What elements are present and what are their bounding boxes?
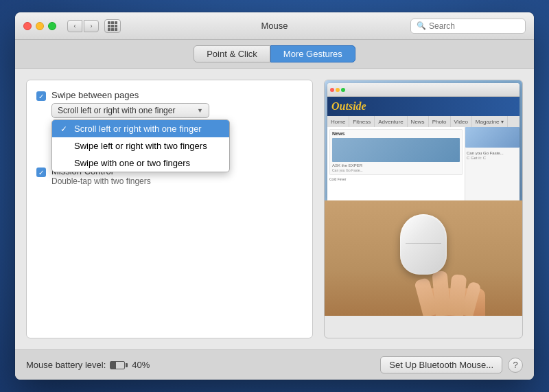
titlebar: ‹ › Mouse 🔍 [15,12,534,40]
browser-content: Outside Home Fitness Adventure News Phot… [327,97,519,200]
preview-mouse [325,200,522,316]
battery-percent: 40% [132,360,150,370]
browser-bar [327,83,519,97]
search-input[interactable] [429,21,519,31]
dropdown-button[interactable]: Scroll left or right with one finger ▼ [51,103,209,118]
battery-body [110,361,125,369]
tab-more-gestures[interactable]: More Gestures [270,45,355,62]
dropdown-item-two-fingers[interactable]: Swipe left or right with two fingers [52,137,229,154]
tab-point-click[interactable]: Point & Click [194,45,270,62]
battery-info: Mouse battery level: 40% [26,360,150,370]
browser-nav-magazine: Magazine ▾ [472,116,508,127]
back-button[interactable]: ‹ [67,20,82,32]
browser-right: Can you Go Faste...C Get it: C [465,127,519,200]
chevron-down-icon: ▼ [197,107,203,114]
browser-nav-photo: Photo [429,116,451,127]
minimize-button[interactable] [36,22,44,30]
tabbar: Point & Click More Gestures [15,40,534,69]
browser-mockup: Outside Home Fitness Adventure News Phot… [327,83,519,200]
battery-label: Mouse battery level: [26,360,106,370]
help-button[interactable]: ? [508,358,523,373]
checkmark-icon: ✓ [60,124,70,134]
preview-browser: Outside Home Fitness Adventure News Phot… [325,80,522,200]
outside-logo: Outside [331,100,366,113]
dropdown-item-one-or-two[interactable]: Swipe with one or two fingers [52,154,229,172]
footer: Mouse battery level: 40% Set Up Bluetoot… [15,349,534,380]
window: ‹ › Mouse 🔍 Point & Click More Gestures … [15,12,534,380]
browser-min [336,88,340,92]
mouse-body [400,214,447,275]
browser-nav: Home Fitness Adventure News Photo Video … [327,116,519,127]
traffic-lights [23,22,56,30]
browser-nav-video: Video [451,116,472,127]
sidebar-image-1 [465,127,519,148]
forward-button[interactable]: › [84,20,99,32]
close-button[interactable] [23,22,32,30]
setup-bluetooth-button[interactable]: Set Up Bluetooth Mouse... [380,356,502,373]
browser-nav-home: Home [327,116,349,127]
battery-fill [110,362,116,369]
settings-panel: ✓ Swipe between pages Scroll left or rig… [26,80,313,338]
mission-control-desc: Double-tap with two fingers [51,176,151,186]
swipe-pages-label: Swipe between pages [51,90,209,100]
window-title: Mouse [261,21,288,31]
grid-button[interactable] [104,19,121,33]
browser-max [341,88,345,92]
browser-nav-news: News [408,116,429,127]
news-block: News ASK the EXPER Can you Go Faste... [329,129,463,175]
browser-main: News ASK the EXPER Can you Go Faste... C… [327,127,519,200]
outside-banner: Outside [327,97,519,116]
browser-nav-adventure: Adventure [375,116,407,127]
grid-icon [108,21,117,31]
dropdown-current-value: Scroll left or right with one finger [58,106,175,115]
swipe-pages-item: ✓ Swipe between pages Scroll left or rig… [36,90,303,118]
browser-close [330,88,334,92]
hand-mouse-illustration [325,200,522,316]
mission-control-checkbox[interactable]: ✓ [36,168,46,177]
browser-left: News ASK the EXPER Can you Go Faste... C… [327,127,465,200]
news-title: News [332,131,460,137]
magic-mouse [400,214,447,275]
battery-tip [126,363,128,367]
cold-fever-label: Cold Fever [329,177,463,181]
preview-panel: Outside Home Fitness Adventure News Phot… [324,80,523,338]
dropdown-container: Scroll left or right with one finger ▼ ✓… [51,103,209,118]
dropdown-menu: ✓ Scroll left or right with one finger S… [51,119,230,172]
mouse-divider [406,243,441,244]
search-bar[interactable]: 🔍 [410,19,526,34]
maximize-button[interactable] [48,22,56,30]
dropdown-item-one-finger[interactable]: ✓ Scroll left or right with one finger [52,120,229,137]
footer-buttons: Set Up Bluetooth Mouse... ? [380,356,523,373]
battery-icon [110,361,128,369]
titlebar-nav: ‹ › [67,20,99,32]
search-icon: 🔍 [417,21,426,30]
sidebar-text-1: Can you Go Faste...C Get it: C [465,150,519,162]
content-area: ✓ Swipe between pages Scroll left or rig… [15,69,534,349]
swipe-pages-checkbox[interactable]: ✓ [36,91,46,101]
news-body: ASK the EXPER Can you Go Faste... [332,163,460,172]
browser-nav-fitness: Fitness [349,116,375,127]
